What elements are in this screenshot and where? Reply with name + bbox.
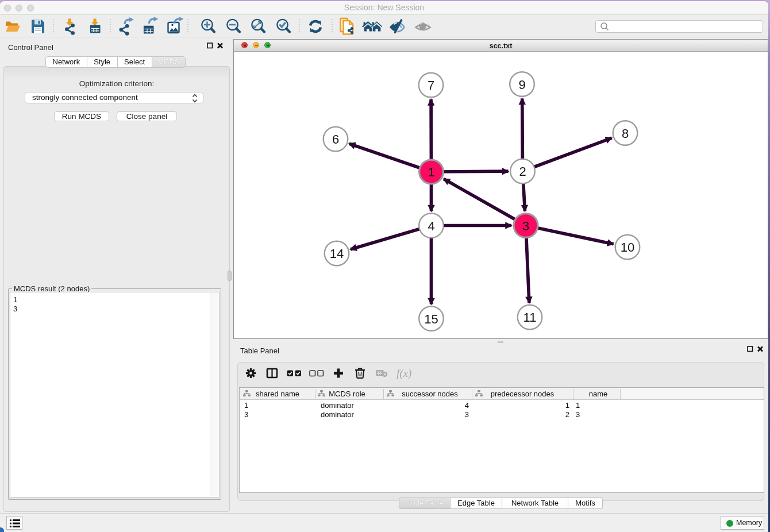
svg-text:9: 9 <box>518 78 525 92</box>
svg-text:7: 7 <box>428 78 434 92</box>
svg-text:6: 6 <box>332 132 339 147</box>
svg-text:4: 4 <box>428 219 434 233</box>
svg-text:15: 15 <box>424 312 438 326</box>
svg-text:f(x): f(x) <box>396 367 411 380</box>
svg-text:8: 8 <box>622 126 629 141</box>
svg-text:11: 11 <box>523 310 537 325</box>
svg-text:14: 14 <box>330 246 344 261</box>
svg-text:10: 10 <box>621 240 634 255</box>
svg-text:1: 1 <box>428 165 434 179</box>
svg-text:3: 3 <box>522 219 529 233</box>
svg-text:2: 2 <box>519 164 526 179</box>
